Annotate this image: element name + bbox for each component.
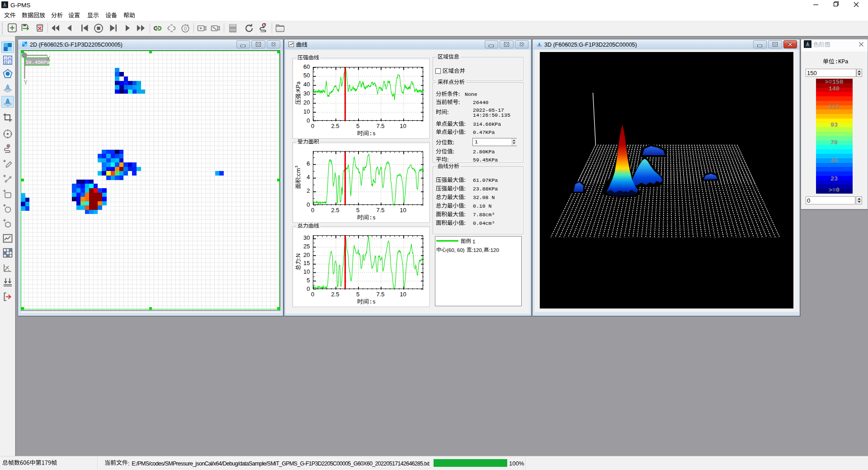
svg-text:2: 2 xyxy=(5,57,7,61)
svg-text:5: 5 xyxy=(5,61,7,65)
svg-text:0: 0 xyxy=(184,26,187,31)
svg-text:3: 3 xyxy=(9,61,11,65)
svg-text:4: 4 xyxy=(9,57,11,61)
